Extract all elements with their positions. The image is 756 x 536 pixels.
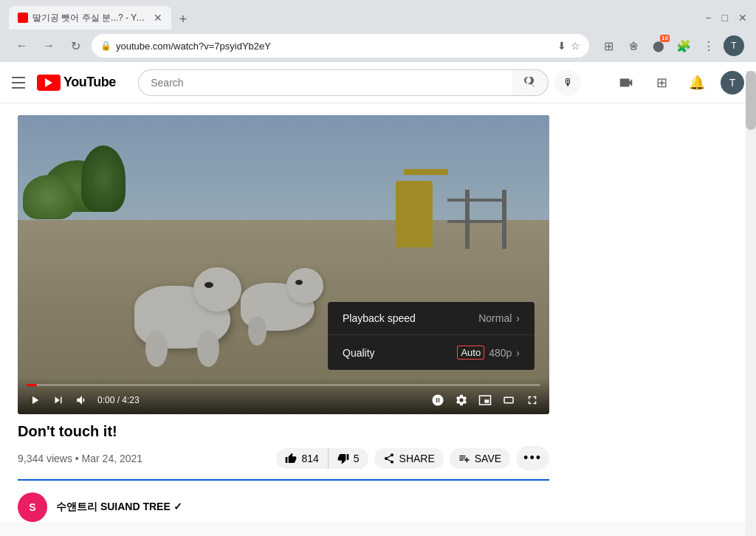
quality-value-wrap: Auto 480p › [457,346,520,360]
search-wrap: 🎙 [138,69,581,96]
page-scrollbar[interactable] [746,71,756,522]
minimize-button[interactable]: − [705,12,711,24]
tab-favicon [18,13,28,23]
dislike-count: 5 [354,453,360,464]
notifications-icon[interactable]: 🔔 [685,71,709,95]
url-text: youtube.com/watch?v=7psyidYb2eY [116,41,553,52]
bookmark-icon[interactable]: ☆ [571,40,580,52]
forward-button[interactable]: → [38,35,59,56]
skip-button[interactable] [50,392,66,408]
korean-ext-icon[interactable]: 송 [623,35,644,56]
close-button[interactable]: ✕ [738,12,747,24]
theater-mode-button[interactable] [501,392,517,408]
quality-chevron-icon: › [516,347,520,359]
header-right: ⊞ 🔔 T [614,71,744,95]
user-avatar[interactable]: T [721,71,744,95]
video-title: Don't touch it! [18,423,549,440]
tab-title: 딸기공 뺏어 주실 분...? - YouTub [32,12,146,24]
quality-row[interactable]: Quality Auto 480p › [328,335,535,370]
right-controls [430,392,540,408]
fullscreen-button[interactable] [524,392,540,408]
youtube-header: YouTube 🎙 ⊞ 🔔 T [0,62,756,103]
playback-speed-row[interactable]: Playback speed Normal › [328,302,535,335]
hamburger-line [12,87,25,89]
channel-name[interactable]: 수앤트리 SUIAND TREE ✓ [56,501,182,514]
scrollbar-thumb[interactable] [746,71,756,130]
search-input[interactable] [138,69,512,96]
apps-icon[interactable]: ⊞ [650,71,673,95]
maximize-button[interactable]: □ [722,12,728,24]
address-right-icons: ⬇ ☆ [557,40,580,52]
hamburger-line [12,77,25,78]
lock-icon: 🔒 [100,41,111,51]
like-dislike-wrap: 814 5 [276,448,368,469]
miniplayer-button[interactable] [477,392,493,408]
browser-title-bar: 딸기공 뺏어 주실 분...? - YouTub ✕ + − □ ✕ [0,0,756,30]
video-info: Don't touch it! 9,344 views • Mar 24, 20… [18,423,549,481]
puzzle-ext-icon[interactable]: 🧩 [673,35,694,56]
more-options-button[interactable]: ••• [516,446,549,470]
engagement-divider [18,479,549,481]
youtube-page: YouTube 🎙 ⊞ 🔔 T [0,62,756,522]
like-button[interactable]: 814 [276,448,328,469]
voice-search-button[interactable]: 🎙 [554,69,581,96]
playback-speed-value-wrap: Normal › [478,312,520,324]
channel-name-wrap: 수앤트리 SUIAND TREE ✓ [56,501,182,514]
new-tab-button[interactable]: + [173,9,193,30]
hamburger-line [12,82,25,83]
save-button[interactable]: SAVE [450,448,510,469]
progress-bar[interactable] [27,384,540,386]
time-display: 0:00 / 4:23 [97,395,140,405]
quality-auto-badge: Auto [457,346,484,360]
quality-resolution: 480p [489,347,512,359]
like-count: 814 [301,453,318,464]
hamburger-menu-button[interactable] [12,77,25,89]
red-ext-icon[interactable]: ⬤ 10 [648,35,669,56]
video-views-date: 9,344 views • Mar 24, 2021 [18,453,142,464]
extensions-grid-icon[interactable]: ⊞ [598,35,619,56]
playback-speed-label: Playback speed [343,312,416,324]
volume-button[interactable] [74,392,90,408]
main-content: Playback speed Normal › Quality Auto 480… [0,115,756,522]
create-video-icon[interactable] [614,71,638,95]
youtube-logo-text: YouTube [63,75,116,90]
search-button[interactable] [512,69,549,96]
settings-button[interactable] [453,392,470,408]
channel-row: S 수앤트리 SUIAND TREE ✓ [18,492,738,522]
youtube-logo[interactable]: YouTube [37,75,116,91]
browser-tabs: 딸기공 뺏어 주실 분...? - YouTub ✕ + [9,6,193,30]
controls-row: 0:00 / 4:23 [27,392,540,408]
browser-menu-icon[interactable]: ⋮ [698,35,719,56]
share-label: SHARE [399,453,435,464]
quality-label: Quality [343,347,375,359]
video-player[interactable]: Playback speed Normal › Quality Auto 480… [18,115,549,414]
playback-chevron-icon: › [516,312,520,324]
youtube-logo-icon [37,75,61,91]
window-controls: − □ ✕ [705,12,747,24]
progress-fill [27,384,37,386]
settings-menu: Playback speed Normal › Quality Auto 480… [328,302,535,370]
browser-toolbar: ⊞ 송 ⬤ 10 🧩 ⋮ T [598,35,744,56]
play-button[interactable] [27,392,43,408]
address-bar[interactable]: 🔒 youtube.com/watch?v=7psyidYb2eY ⬇ ☆ [92,34,589,58]
tab-close-button[interactable]: ✕ [154,12,162,24]
back-button[interactable]: ← [12,35,32,56]
video-actions: 814 5 [276,446,549,470]
share-button[interactable]: SHARE [374,448,444,469]
subtitles-button[interactable] [430,392,446,408]
browser-address-bar: ← → ↻ 🔒 youtube.com/watch?v=7psyidYb2eY … [0,30,756,62]
browser-window: 딸기공 뺏어 주실 분...? - YouTub ✕ + − □ ✕ ← → ↻… [0,0,756,522]
save-label: SAVE [475,453,501,464]
playback-speed-value: Normal [478,312,512,324]
browser-tab-active[interactable]: 딸기공 뺏어 주실 분...? - YouTub ✕ [9,6,171,30]
channel-avatar[interactable]: S [18,492,47,522]
download-page-icon[interactable]: ⬇ [557,40,566,52]
refresh-button[interactable]: ↻ [65,35,86,56]
video-controls: 0:00 / 4:23 [18,378,549,414]
video-meta: 9,344 views • Mar 24, 2021 814 [18,446,549,470]
browser-profile-avatar[interactable]: T [724,35,744,56]
dislike-button[interactable]: 5 [329,448,368,469]
